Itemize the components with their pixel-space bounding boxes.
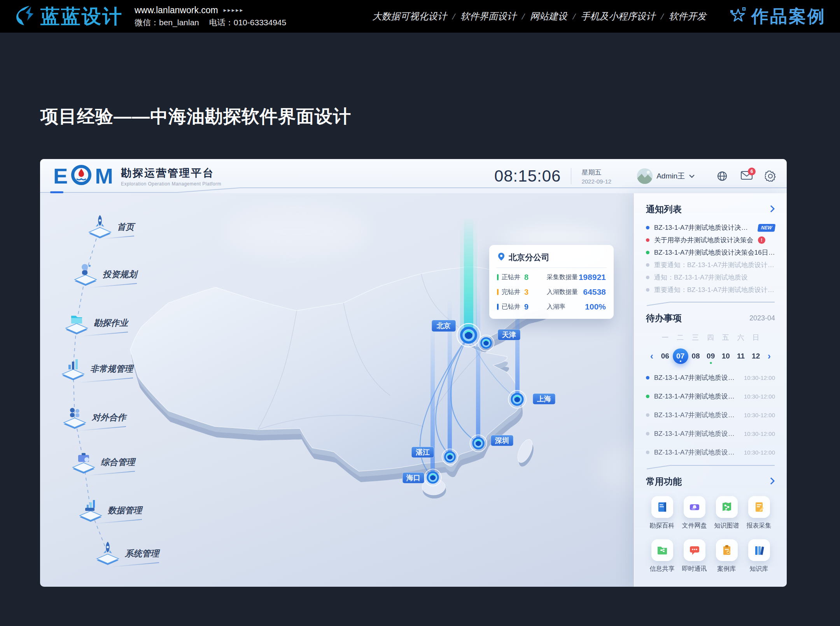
notification-item[interactable]: BZ-13-1-A7井测试地质设计决策会16日14点开始！ (646, 249, 775, 256)
todo-item[interactable]: BZ-13-1-A7井测试地质设计决策会 10:30-12:00 (646, 448, 775, 457)
notification-item[interactable]: BZ-13-1-A7井测试地质设计决策会16日14点开始 NEW (646, 224, 775, 231)
info-card-title: 北京分公司 (509, 252, 550, 263)
marker-haikou[interactable] (424, 469, 441, 486)
calendar-next-icon[interactable]: › (768, 351, 771, 361)
site-logo[interactable]: 蓝蓝设计 (14, 3, 123, 30)
calendar-date[interactable]: 12 (752, 352, 760, 360)
marker-zhanjiang[interactable] (442, 449, 458, 465)
rocket-platform-icon (94, 540, 122, 568)
notification-list: BZ-13-1-A7井测试地质设计决策会16日14点开始 NEW 关于用举办井测… (646, 224, 775, 294)
calendar-date[interactable]: 10 (722, 352, 730, 360)
avatar (637, 168, 653, 184)
func-info-sharing[interactable]: 信息共享 (650, 539, 675, 573)
func-knowledge-graph[interactable]: 知识图谱 (714, 496, 739, 530)
todo-item[interactable]: BZ-13-1-A7井测试地质设计决策会... 10:30-12:00 (646, 373, 775, 382)
map-city-zhanjiang[interactable]: 湛江 (411, 447, 434, 458)
calendar-date[interactable]: 06 (661, 352, 669, 360)
site-menu: 大数据可视化设计 / 软件界面设计 / 网站建设 / 手机及小程序设计 / 软件… (372, 10, 706, 23)
notification-item[interactable]: 关于用举办井测试地质设计决策会 ! (646, 236, 775, 244)
func-case-library[interactable]: 案例库 (716, 539, 738, 573)
gear-icon[interactable] (765, 171, 776, 182)
globe-icon[interactable] (717, 171, 728, 182)
well-stat-drilling: 正钻井 8 (497, 273, 547, 282)
marker-shanghai[interactable] (508, 390, 526, 408)
calendar-prev-icon[interactable]: ‹ (650, 351, 653, 361)
well-stat-completed: 完钻井 3 (497, 288, 547, 297)
todo-item[interactable]: BZ-13-1-A7井测试地质设计决策会... 10:30-12:00 (646, 392, 775, 401)
marker-beijing[interactable] (457, 323, 480, 347)
func-file-drive[interactable]: 文件网盘 (682, 496, 707, 530)
site-url[interactable]: www.lanlanwork.com (135, 5, 218, 16)
marker-shenzhen[interactable] (470, 435, 486, 451)
todo-item[interactable]: BZ-13-1-A7井测试地质设计决策会 10:30-12:00 (646, 429, 775, 438)
portfolio-link[interactable]: 作品案例 (730, 5, 826, 28)
menu-separator: / (522, 11, 525, 22)
func-report-collection[interactable]: 报表采集 (747, 496, 772, 530)
func-encyclopedia[interactable]: 勘探百科 (650, 496, 675, 530)
menu-item-mobile[interactable]: 手机及小程序设计 (581, 10, 655, 23)
clipboard-icon (716, 539, 738, 561)
sidebar-label: 对外合作 (92, 412, 126, 423)
alert-badge: ! (758, 236, 765, 244)
beijing-info-card: 北京分公司 正钻井 8 采集数据量 198921 完钻井 3 (489, 245, 614, 319)
func-instant-messaging[interactable]: 即时通讯 (682, 539, 707, 573)
page-title: 项目经验——中海油勘探软件界面设计 (40, 105, 351, 129)
status-dot (646, 263, 649, 267)
sidebar-label: 综合管理 (101, 456, 135, 468)
status-dot (646, 395, 649, 398)
map-city-shanghai[interactable]: 上海 (533, 393, 555, 404)
new-badge: NEW (758, 224, 776, 232)
astronaut-platform-icon (72, 261, 100, 289)
status-dot (646, 413, 649, 417)
notification-item[interactable]: 重要通知：BZ-13-1-A7井测试地质设计决策会16日14... (646, 261, 775, 269)
url-arrows-icon: ▸▸▸▸▸ (224, 7, 244, 14)
menu-separator: / (452, 11, 455, 22)
sidebar-label: 投资规划 (103, 269, 137, 280)
svg-text:海口: 海口 (406, 474, 420, 482)
calendar-date[interactable]: 09 (707, 352, 715, 360)
map-city-beijing[interactable]: 北京 (432, 320, 456, 332)
calendar-date[interactable]: 11 (737, 352, 745, 360)
menu-item-bigdata[interactable]: 大数据可视化设计 (372, 10, 447, 23)
folder-platform-icon (63, 310, 91, 337)
svg-text:深圳: 深圳 (495, 437, 509, 444)
marker-tianjin[interactable] (478, 335, 494, 351)
briefcase-platform-icon (70, 449, 98, 477)
menu-item-website[interactable]: 网站建设 (530, 10, 567, 23)
data-chart-platform-icon (77, 497, 105, 525)
weekday-row: 一 二 三 四 五 六 日 (646, 333, 775, 342)
right-panel: 通知列表 BZ-13-1-A7井测试地质设计决策会16日14点开始 NEW 关于… (634, 193, 787, 587)
menu-item-dev[interactable]: 软件开发 (669, 10, 706, 23)
chevron-down-icon (689, 173, 695, 180)
notification-item[interactable]: 重要通知：BZ-13-1-A7井测试地质设计决策会16日14... (646, 286, 775, 294)
todo-list: BZ-13-1-A7井测试地质设计决策会... 10:30-12:00 BZ-1… (646, 373, 775, 457)
map-city-tianjin[interactable]: 天津 (498, 329, 520, 340)
map-city-haikou[interactable]: 海口 (402, 472, 424, 483)
wechat-contact: 微信：ben_lanlan (135, 17, 199, 28)
chevron-right-icon[interactable] (770, 477, 775, 486)
map-pin-icon (498, 252, 505, 262)
status-dot (646, 226, 649, 229)
todo-title: 待办事项 (646, 312, 682, 324)
calendar-date[interactable]: 08 (691, 352, 700, 360)
notification-item[interactable]: 通知：BZ-13-1-A7井测试地质设 (646, 274, 775, 281)
menu-separator: / (661, 11, 663, 22)
calendar-date-selected[interactable]: 07 (673, 348, 688, 364)
user-menu[interactable]: Admin王 (637, 168, 695, 184)
mail-badge: 6 (748, 168, 756, 175)
drive-icon (684, 496, 705, 518)
sidebar-label: 勘探作业 (94, 317, 128, 329)
functions-title: 常用功能 (646, 476, 682, 488)
metric-lake-volume: 入湖数据量 64538 (547, 287, 606, 297)
lanlan-logo-icon (14, 4, 37, 28)
menu-item-software-ui[interactable]: 软件界面设计 (460, 10, 516, 23)
todo-item[interactable]: BZ-13-1-A7井测试地质设计决策会 10:30-12:00 (646, 411, 775, 420)
func-knowledge-base[interactable]: 知识库 (748, 539, 770, 573)
mail-icon[interactable]: 6 (741, 171, 752, 182)
chevron-right-icon[interactable] (770, 205, 775, 214)
share-folder-icon (651, 539, 673, 561)
library-books-icon (748, 539, 770, 561)
map-city-shenzhen[interactable]: 深圳 (491, 435, 513, 446)
beam-beijing (464, 217, 473, 336)
notifications-title: 通知列表 (646, 203, 682, 215)
